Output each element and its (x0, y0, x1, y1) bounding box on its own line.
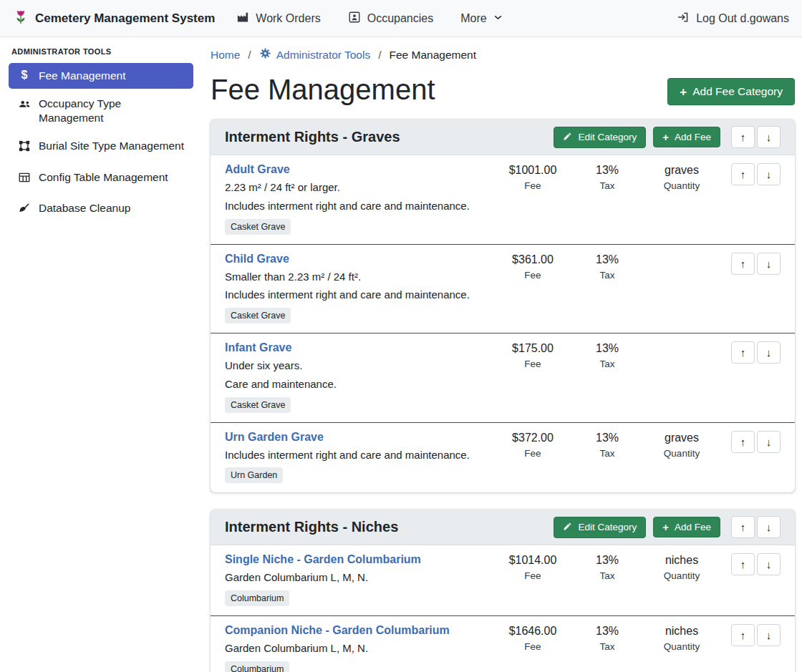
fee-info: Companion Niche - Garden Columbarium Gar… (225, 624, 496, 672)
move-category-up-button[interactable]: ↑ (731, 516, 755, 538)
fee-tax-cell: 13% Tax (570, 553, 644, 581)
move-fee-up-button[interactable]: ↑ (731, 163, 755, 185)
move-fee-up-button[interactable]: ↑ (731, 624, 755, 646)
fee-amount-label: Fee (496, 270, 570, 281)
fee-name-link[interactable]: Urn Garden Grave (225, 431, 324, 444)
fee-tax-label: Tax (570, 570, 644, 581)
fee-descriptions: Smaller than 2.23 m² / 24 ft².Includes i… (225, 271, 496, 303)
fee-name-link[interactable]: Companion Niche - Garden Columbarium (225, 624, 450, 637)
move-fee-down-button[interactable]: ↓ (757, 163, 781, 185)
fee-descriptions: Garden Columbarium L, M, N. (225, 642, 496, 656)
edit-category-button[interactable]: Edit Category (554, 517, 646, 538)
fee-tax: 13% (570, 432, 644, 444)
move-fee-up-button[interactable]: ↑ (731, 431, 755, 453)
fee-quantity-cell (644, 341, 719, 346)
fee-info: Infant Grave Under six years.Care and ma… (225, 341, 496, 413)
fee-description: Smaller than 2.23 m² / 24 ft². (225, 271, 496, 284)
category-reorder-controls: ↑ ↓ (731, 516, 781, 538)
fee-row: Adult Grave 2.23 m² / 24 ft² or larger.I… (211, 155, 795, 244)
arrow-up-icon: ↑ (740, 347, 746, 358)
breadcrumb-admin-tools-link[interactable]: Administrator Tools (259, 47, 371, 62)
users-icon (17, 97, 32, 115)
move-category-down-button[interactable]: ↓ (757, 126, 781, 148)
move-category-down-button[interactable]: ↓ (757, 516, 781, 538)
fee-quantity-cell: graves Quantity (644, 163, 719, 191)
nav-occupancies[interactable]: Occupancies (348, 11, 434, 26)
main-nav: Work Orders Occupancies More (236, 11, 502, 26)
sidebar-heading: Administrator Tools (11, 47, 190, 56)
fee-row: Infant Grave Under six years.Care and ma… (211, 333, 795, 422)
fee-reorder-controls: ↑ ↓ (731, 553, 781, 575)
arrow-up-icon: ↑ (740, 169, 746, 180)
move-fee-down-button[interactable]: ↓ (757, 431, 781, 453)
add-fee-button[interactable]: + Add Fee (653, 127, 720, 147)
fee-amount: $1014.00 (496, 554, 570, 567)
gear-icon (259, 47, 271, 62)
sidebar-item-occupancy-type-management[interactable]: Occupancy Type Management (9, 91, 193, 131)
category-title: Interment Rights - Graves (225, 129, 546, 145)
move-fee-down-button[interactable]: ↓ (757, 624, 781, 646)
fee-descriptions: 2.23 m² / 24 ft² or larger.Includes inte… (225, 181, 496, 213)
breadcrumb-home-link[interactable]: Home (211, 49, 240, 62)
app-brand[interactable]: Cemetery Management System (13, 8, 215, 29)
fee-description: Includes interment right and care and ma… (225, 288, 496, 302)
fee-tax-label: Tax (570, 359, 644, 369)
fee-description: Includes interment right and care and ma… (225, 200, 496, 213)
sidebar-item-burial-site-type-management[interactable]: Burial Site Type Management (9, 133, 193, 162)
fee-name-link[interactable]: Adult Grave (225, 163, 290, 176)
move-fee-up-button[interactable]: ↑ (731, 253, 755, 275)
fee-amount-cell: $372.00 Fee (496, 431, 570, 459)
move-fee-up-button[interactable]: ↑ (731, 341, 755, 364)
fee-name-link[interactable]: Single Niche - Garden Columbarium (225, 553, 421, 566)
fee-quantity: niches (644, 554, 719, 567)
fee-category-card: Interment Rights - Graves Edit Category … (211, 120, 795, 492)
add-fee-category-button[interactable]: + Add Fee Category (667, 78, 795, 105)
fee-amount: $1001.00 (496, 164, 570, 177)
fee-info: Adult Grave 2.23 m² / 24 ft² or larger.I… (225, 163, 496, 235)
sidebar-item-config-table-management[interactable]: Config Table Management (9, 165, 193, 193)
category-reorder-controls: ↑ ↓ (731, 126, 781, 148)
fee-name-link[interactable]: Infant Grave (225, 341, 291, 354)
category-header: Interment Rights - Graves Edit Category … (211, 120, 795, 155)
nav-more[interactable]: More (460, 12, 502, 25)
fee-description: Includes interment right and care and ma… (225, 449, 496, 462)
fee-row: Single Niche - Garden Columbarium Garden… (211, 545, 795, 615)
sidebar-item-fee-management[interactable]: $ Fee Management (9, 63, 193, 89)
move-fee-down-button[interactable]: ↓ (757, 341, 781, 364)
arrow-down-icon: ↓ (766, 258, 772, 269)
move-fee-down-button[interactable]: ↓ (757, 553, 781, 575)
fee-quantity-cell: niches Quantity (644, 553, 719, 581)
edit-category-button[interactable]: Edit Category (554, 127, 646, 148)
chevron-down-icon (493, 12, 503, 25)
fee-amount-cell: $1014.00 Fee (496, 553, 570, 581)
logout-link[interactable]: Log Out d.gowans (677, 11, 789, 26)
fee-quantity-label: Quantity (644, 180, 719, 191)
fee-type-badge: Columbarium (225, 590, 289, 606)
breadcrumb: Home / Administrator Tools / Fee Managem… (211, 47, 795, 62)
fee-tax-label: Tax (570, 270, 644, 281)
fee-tax: 13% (570, 164, 644, 177)
fee-tax-label: Tax (570, 448, 644, 459)
move-fee-down-button[interactable]: ↓ (757, 253, 781, 275)
arrow-down-icon: ↓ (766, 132, 772, 142)
arrow-up-icon: ↑ (740, 559, 746, 570)
fee-quantity-cell (644, 253, 719, 257)
page-title: Fee Management (211, 72, 435, 107)
fee-row: Urn Garden Grave Includes interment righ… (211, 422, 795, 493)
fee-amount-label: Fee (496, 180, 570, 191)
fee-quantity-label: Quantity (644, 448, 719, 459)
fee-tax-cell: 13% Tax (570, 253, 644, 281)
work-orders-icon (236, 11, 249, 26)
fee-amount: $1646.00 (496, 625, 570, 638)
sidebar-item-database-cleanup[interactable]: Database Cleanup (9, 195, 193, 224)
fee-tax: 13% (570, 554, 644, 567)
add-fee-button[interactable]: + Add Fee (653, 517, 720, 537)
fee-quantity: graves (644, 164, 719, 177)
fee-name-link[interactable]: Child Grave (225, 253, 289, 266)
dollar-icon: $ (17, 69, 32, 81)
nav-work-orders[interactable]: Work Orders (236, 11, 320, 26)
move-category-up-button[interactable]: ↑ (731, 126, 755, 148)
fee-reorder-controls: ↑ ↓ (731, 163, 781, 185)
move-fee-up-button[interactable]: ↑ (731, 553, 755, 575)
fee-amount-label: Fee (496, 641, 570, 652)
